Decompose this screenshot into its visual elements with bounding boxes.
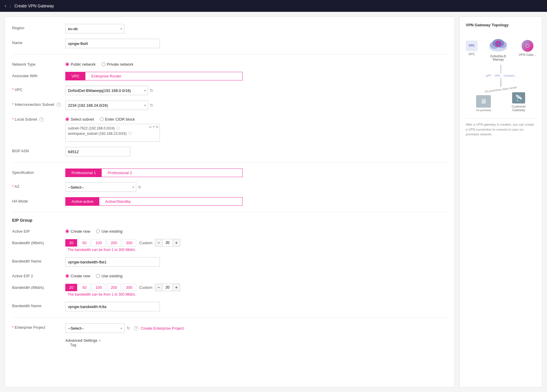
eip2-create-now-label: Create now [71, 274, 90, 278]
az-select[interactable]: --Select-- [65, 182, 136, 192]
region-label: Region [12, 24, 65, 30]
topo-vpc-label: VPC [468, 52, 475, 56]
spec-prof1-btn[interactable]: Professional 1 [66, 169, 102, 177]
az-refresh-btn[interactable]: ↻ [138, 185, 142, 189]
bgp-asn-input[interactable] [65, 147, 130, 156]
interconn-subnet-label: Interconnection Subnet ? [12, 101, 65, 107]
vpc-btn[interactable]: VPC [66, 72, 85, 80]
eip-create-now-radio[interactable]: Create now [65, 229, 90, 234]
subnet-0-info-icon[interactable]: ⓘ [116, 126, 120, 130]
topo-vpc-icon: VPC [466, 41, 478, 51]
ha-active-standby-btn[interactable]: Active/Standby [99, 197, 137, 205]
local-subnet-help-icon[interactable]: ? [39, 117, 44, 122]
advanced-settings-toggle[interactable]: Advanced Settings ▾ [65, 338, 243, 343]
radio-enter-cidr-input[interactable] [100, 117, 104, 121]
enterprise-select[interactable]: --Select-- [65, 323, 124, 333]
bw-btn-20-2[interactable]: 20 [65, 284, 77, 291]
bw-btn-100-2[interactable]: 100 [92, 284, 106, 291]
bw-btn-300-2[interactable]: 300 [122, 284, 136, 291]
bw-btn-20-1[interactable]: 20 [65, 239, 77, 247]
title-bar: ‹ | Create VPN Gateway [0, 0, 547, 12]
advanced-settings-row: Advanced Settings ▾ Tag [12, 338, 447, 347]
eip2-create-now-radio[interactable]: Create now [65, 274, 90, 278]
bw-btn-50-1[interactable]: 50 [78, 239, 90, 247]
spec-prof2-btn[interactable]: Professional 2 [102, 169, 138, 177]
active-eip2-row: Active EIP 2 Create now Use existing [12, 272, 447, 278]
bw-btn-300-1[interactable]: 300 [122, 239, 136, 247]
back-icon[interactable]: ‹ [5, 3, 6, 9]
eip-use-existing-input[interactable] [96, 229, 100, 233]
eip2-use-existing-radio[interactable]: Use existing [96, 274, 122, 278]
interconn-subnet-select[interactable]: 2234 (192.168.24.0/24) [65, 101, 148, 110]
vpc-refresh-btn[interactable]: ↻ [150, 88, 153, 93]
eip2-use-existing-input[interactable] [96, 274, 100, 278]
subnet-box-controls: ✏ ▾ ↻ [149, 125, 159, 129]
enterprise-refresh-btn[interactable]: ↻ [127, 326, 130, 331]
topology-title: VPN Gateway Topology [466, 23, 536, 27]
subnet-edit-btn[interactable]: ✏ [149, 125, 152, 129]
interconn-help-icon[interactable]: ? [56, 103, 61, 107]
subnet-item-1: workspace_subnet (192.168.23.0/24) ⓘ [68, 131, 157, 136]
enterprise-help-icon[interactable]: ? [134, 326, 138, 331]
radio-public-network[interactable]: Public network [65, 62, 96, 67]
interconn-select-wrapper: 2234 (192.168.24.0/24) ▾ [65, 101, 148, 110]
advanced-settings-control: Advanced Settings ▾ Tag [65, 338, 243, 347]
topo-cloud-label: DoNotDel-BWaeeqq [490, 55, 506, 61]
vpc-select[interactable]: DoNotDel-BWaeeqq(192.168.0.0/16) [65, 86, 148, 95]
bw-stepper-input-2[interactable] [162, 284, 173, 291]
name-input[interactable] [65, 39, 160, 48]
bandwidth-name-input-1[interactable] [65, 257, 160, 267]
bw-btn-200-1[interactable]: 200 [107, 239, 121, 247]
bw-plus-btn-1[interactable]: + [173, 239, 180, 246]
radio-select-subnet[interactable]: Select subnet [65, 117, 94, 122]
bw-custom-label-2: Custom [139, 285, 152, 290]
eip-create-now-input[interactable] [65, 229, 69, 233]
associate-with-row: Associate With VPC Enterprise Router [12, 72, 447, 80]
az-label: AZ [12, 182, 65, 189]
subnet-1-info-icon[interactable]: ⓘ [128, 131, 132, 136]
active-eip-row: Active EIP Create now Use existing [12, 227, 447, 234]
subnet-dropdown-btn[interactable]: ▾ [153, 125, 155, 129]
bw-plus-btn-2[interactable]: + [173, 284, 180, 291]
bw-btn-200-2[interactable]: 200 [107, 284, 121, 291]
bw-stepper-input-1[interactable] [162, 239, 173, 246]
advanced-settings-text: Advanced Settings [65, 338, 97, 343]
radio-public-input[interactable] [65, 62, 69, 66]
topo-vpn-text-1: VPN [485, 74, 491, 78]
interconn-refresh-btn[interactable]: ↻ [150, 103, 153, 108]
associate-with-control: VPC Enterprise Router [65, 72, 243, 80]
topo-vpn-gate-node: ⬡ VPN Gate... [519, 40, 536, 56]
bandwidth-options-2: 20 50 100 200 300 Custom − + The bandwid… [65, 284, 243, 297]
bw-stepper-1: − + [155, 239, 180, 247]
bw-minus-btn-1[interactable]: − [155, 239, 162, 246]
create-enterprise-link[interactable]: Create Enterprise Project [141, 326, 184, 331]
separator: | [10, 4, 11, 8]
subnet-refresh-btn[interactable]: ↻ [156, 125, 159, 129]
radio-select-subnet-input[interactable] [65, 117, 69, 121]
bandwidth-name-input-2[interactable] [65, 302, 160, 311]
eip2-use-existing-label: Use existing [101, 274, 122, 278]
region-select[interactable]: eu-de eu-west [65, 24, 124, 33]
topo-vpn-gate-icon: ⬡ [522, 40, 533, 52]
network-type-control: Public network Private network [65, 60, 243, 67]
radio-enter-cidr-label: Enter CIDR block [105, 117, 135, 122]
radio-private-network[interactable]: Private network [102, 62, 134, 67]
local-subnet-section: Select subnet Enter CIDR block subnet-76… [65, 115, 243, 142]
radio-enter-cidr[interactable]: Enter CIDR block [100, 117, 135, 122]
bw-hint-1: The bandwidth can be from 1 to 300 Mbit/… [68, 248, 136, 252]
eip2-create-now-input[interactable] [65, 274, 69, 278]
bw-btn-50-2[interactable]: 50 [78, 284, 90, 291]
topo-line-1 [501, 65, 501, 74]
eip-group-title: EIP Group [12, 218, 447, 223]
bw-minus-btn-2[interactable]: − [155, 284, 162, 291]
bandwidth-options-1: 20 50 100 200 300 Custom − + The bandwid… [65, 239, 243, 252]
eip-use-existing-radio[interactable]: Use existing [96, 229, 122, 234]
associate-with-btn-group: VPC Enterprise Router [65, 72, 243, 80]
ha-active-active-btn[interactable]: Active-active [66, 197, 99, 205]
bandwidth-name-row-2: Bandwidth Name [12, 302, 447, 311]
enterprise-router-btn[interactable]: Enterprise Router [85, 72, 127, 80]
region-select-wrapper: eu-de eu-west ▾ [65, 24, 124, 33]
bw-btn-100-1[interactable]: 100 [92, 239, 106, 247]
radio-private-input[interactable] [102, 62, 105, 66]
az-row: AZ --Select-- ▾ ↻ [12, 182, 447, 192]
